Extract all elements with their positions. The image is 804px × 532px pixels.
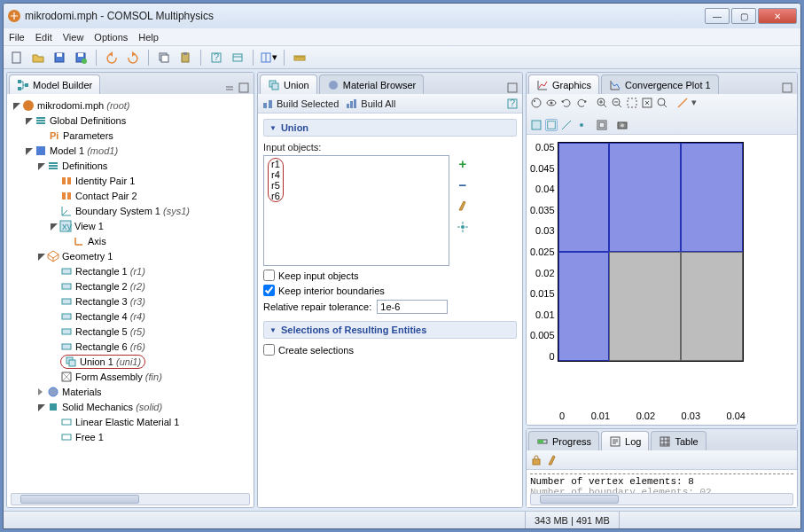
tab-material-browser[interactable]: Material Browser [319,74,425,94]
tree-rect5[interactable]: Rectangle 5 (r5) [9,324,252,339]
zoom-in-icon[interactable] [596,97,608,109]
section-union-header[interactable]: Union [263,119,517,137]
minimize-panel-icon[interactable] [781,82,793,94]
tab-convergence[interactable]: Convergence Plot 1 [601,74,719,94]
paste-icon[interactable] [176,48,195,67]
select-edge-icon[interactable] [560,119,573,131]
menu-help[interactable]: Help [138,32,159,43]
svg-point-45 [49,387,58,396]
desktop-layout-icon[interactable]: ▾ [259,48,278,67]
create-selections-checkbox[interactable]: Create selections [263,344,517,356]
log-scrollbar[interactable] [530,493,793,505]
list-item[interactable]: r5 [271,180,280,191]
input-objects-listbox[interactable]: r1 r4 r5 r6 [263,155,449,266]
rotate-cw-icon[interactable] [560,97,573,109]
transparency-icon[interactable] [545,97,558,109]
tab-model-builder[interactable]: Model Builder [9,74,100,94]
collapse-all-icon[interactable] [223,82,236,94]
copy-icon[interactable] [154,48,174,67]
tab-graphics[interactable]: Graphics [528,74,599,94]
list-item[interactable]: r1 [271,159,280,169]
tab-log[interactable]: Log [601,431,649,450]
select-domain-icon[interactable] [530,119,543,131]
model-wizard-icon[interactable]: ? [207,48,226,67]
plot-area[interactable] [558,142,744,362]
tab-progress[interactable]: Progress [528,431,599,450]
maximize-button[interactable]: ▢ [731,8,756,24]
model-library-icon[interactable] [228,48,247,67]
build-all-button[interactable]: Build All [346,98,395,110]
zoom-selection-icon[interactable] [455,219,471,235]
menu-file[interactable]: File [9,32,25,43]
keep-input-checkbox[interactable]: Keep input objects [263,270,517,281]
tree-rect4[interactable]: Rectangle 4 (r4) [9,309,252,324]
tree-materials[interactable]: Materials [9,384,252,399]
tree-rect2[interactable]: Rectangle 2 (r2) [9,278,252,293]
open-icon[interactable] [28,48,48,67]
svg-text:?: ? [214,51,219,62]
undo-icon[interactable] [102,48,121,67]
zoom-selected-icon[interactable] [656,97,668,109]
help-icon[interactable]: ? [506,98,519,110]
tree-scrollbar[interactable] [11,493,250,505]
model-tree[interactable]: mikrodomi.mph (root) Global Definitions … [7,94,254,507]
minimize-panel-icon[interactable] [506,82,519,94]
tree-free1[interactable]: Free 1 [9,429,252,444]
minimize-button[interactable]: — [705,8,730,24]
zoom-extents-icon[interactable] [641,97,653,109]
save-icon[interactable] [50,48,69,67]
keep-interior-checkbox[interactable]: Keep interior boundaries [263,285,517,296]
tree-form-assembly[interactable]: Form Assembly (fin) [9,369,252,384]
tree-geometry1[interactable]: Geometry 1 [9,248,252,263]
redo-icon[interactable] [123,48,143,67]
new-icon[interactable] [7,48,27,67]
zoom-box-icon[interactable] [626,97,638,109]
tree-model1[interactable]: Model 1 (mod1) [9,143,252,158]
tree-boundary-system[interactable]: Boundary System 1 (sys1) [9,203,252,218]
tree-definitions[interactable]: Definitions [9,158,252,173]
select-point-icon[interactable] [575,119,588,131]
zoom-out-icon[interactable] [611,97,623,109]
tab-union[interactable]: Union [260,74,317,94]
snapshot-icon[interactable] [616,119,628,131]
minimize-panel-icon[interactable] [238,82,250,94]
clear-icon[interactable] [455,198,471,214]
menu-options[interactable]: Options [94,32,128,43]
list-item[interactable]: r4 [271,169,280,180]
tree-view1[interactable]: xyView 1 [9,218,252,233]
clear-log-icon[interactable] [546,454,558,466]
rel-tol-input[interactable] [377,300,448,314]
menu-edit[interactable]: Edit [35,32,52,43]
graphics-canvas[interactable]: 0.050.0450.040.0350.030.0250.020.0150.01… [527,135,797,425]
rotate-ccw-icon[interactable] [575,97,588,109]
build-selected-button[interactable]: Build Selected [261,98,339,110]
tree-union1[interactable]: Union 1 (uni1) [9,354,252,369]
tree-axis[interactable]: Axis [9,233,252,248]
rectangle-icon [60,340,73,353]
select-boundary-icon[interactable] [545,119,558,131]
tree-global-defs[interactable]: Global Definitions [9,113,252,128]
tree-root[interactable]: mikrodomi.mph (root) [9,98,252,113]
tree-rect3[interactable]: Rectangle 3 (r3) [9,293,252,309]
lock-icon[interactable] [530,454,543,466]
reset-view-icon[interactable] [596,119,608,131]
list-item[interactable]: r6 [271,191,280,201]
save-as-icon[interactable] [71,48,90,67]
tree-linear-elastic[interactable]: Linear Elastic Material 1 [9,414,252,429]
tree-solid-mechanics[interactable]: Solid Mechanics (solid) [9,399,252,414]
remove-icon[interactable]: − [455,176,471,192]
tree-identity-pair[interactable]: Identity Pair 1 [9,173,252,188]
scene-light-icon[interactable] [530,97,543,109]
tab-table[interactable]: Table [651,431,706,450]
goto-xy-icon[interactable] [676,97,689,109]
ruler-icon[interactable] [290,48,309,67]
tree-rect1[interactable]: Rectangle 1 (r1) [9,263,252,278]
tree-rect6[interactable]: Rectangle 6 (r6) [9,339,252,354]
log-body[interactable]: Number of vertex elements: 8 Number of b… [527,470,797,507]
menu-view[interactable]: View [63,32,84,43]
add-icon[interactable]: + [455,155,471,171]
tree-contact-pair[interactable]: Contact Pair 2 [9,188,252,203]
section-selections-header[interactable]: Selections of Resulting Entities [263,321,517,339]
tree-parameters[interactable]: PiParameters [9,128,252,143]
close-button[interactable]: ✕ [758,8,797,24]
